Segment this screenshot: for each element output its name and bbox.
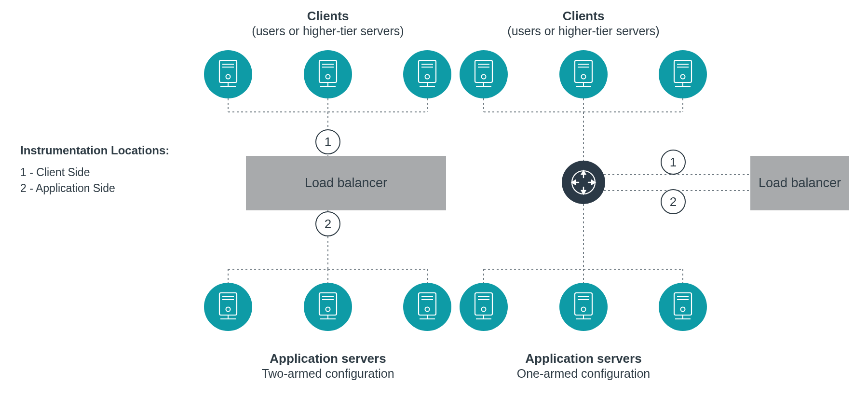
right-clients-title: Clients xyxy=(487,9,680,24)
left-app-server-1 xyxy=(204,283,252,331)
right-load-balancer: Load balancer xyxy=(750,156,849,210)
marker-label: 1 xyxy=(325,135,331,150)
right-client-server-1 xyxy=(460,50,508,98)
svg-point-61 xyxy=(482,75,486,79)
right-servers-title: Application servers xyxy=(487,351,680,366)
right-marker-2: 2 xyxy=(661,189,686,214)
svg-point-55 xyxy=(425,307,430,312)
svg-point-73 xyxy=(681,75,685,79)
router-node xyxy=(562,161,605,204)
svg-point-88 xyxy=(482,307,486,312)
server-icon xyxy=(569,57,598,91)
right-client-server-3 xyxy=(659,50,707,98)
server-icon xyxy=(214,57,243,91)
left-servers-title: Application servers xyxy=(231,351,424,366)
right-app-server-3 xyxy=(659,283,707,331)
left-clients-title: Clients xyxy=(231,9,424,24)
right-clients-subtitle: (users or higher-tier servers) xyxy=(487,24,680,38)
server-icon xyxy=(668,290,697,324)
marker-label: 2 xyxy=(325,217,331,232)
server-icon xyxy=(668,57,697,91)
server-icon xyxy=(413,290,442,324)
legend-line-1: 1 - Client Side xyxy=(20,166,169,179)
server-icon xyxy=(313,290,342,324)
marker-label: 2 xyxy=(670,194,677,209)
svg-point-37 xyxy=(425,75,430,79)
left-marker-1: 1 xyxy=(315,129,340,154)
legend: Instrumentation Locations: 1 - Client Si… xyxy=(20,144,169,195)
svg-point-25 xyxy=(226,75,231,79)
right-app-server-1 xyxy=(460,283,508,331)
server-icon xyxy=(569,290,598,324)
left-marker-2: 2 xyxy=(315,211,340,236)
svg-point-100 xyxy=(681,307,685,312)
right-client-server-2 xyxy=(559,50,608,98)
left-load-balancer: Load balancer xyxy=(246,156,446,210)
marker-label: 1 xyxy=(670,155,677,170)
left-app-server-2 xyxy=(304,283,352,331)
svg-point-31 xyxy=(326,75,330,79)
right-marker-1: 1 xyxy=(661,150,686,175)
server-icon xyxy=(214,290,243,324)
server-icon xyxy=(469,57,498,91)
svg-point-94 xyxy=(582,307,586,312)
svg-point-43 xyxy=(226,307,231,312)
server-icon xyxy=(413,57,442,91)
left-config-label: Two-armed configuration xyxy=(231,367,424,381)
server-icon xyxy=(313,57,342,91)
legend-line-2: 2 - Application Side xyxy=(20,182,169,195)
left-client-server-2 xyxy=(304,50,352,98)
svg-point-49 xyxy=(326,307,330,312)
right-app-server-2 xyxy=(559,283,608,331)
left-client-server-1 xyxy=(204,50,252,98)
router-icon xyxy=(569,168,598,197)
svg-point-67 xyxy=(582,75,586,79)
left-app-server-3 xyxy=(403,283,451,331)
server-icon xyxy=(469,290,498,324)
left-clients-subtitle: (users or higher-tier servers) xyxy=(231,24,424,38)
lb-label: Load balancer xyxy=(305,176,387,191)
left-client-server-3 xyxy=(403,50,451,98)
right-config-label: One-armed configuration xyxy=(487,367,680,381)
lb-label: Load balancer xyxy=(759,175,841,191)
legend-title: Instrumentation Locations: xyxy=(20,144,169,157)
